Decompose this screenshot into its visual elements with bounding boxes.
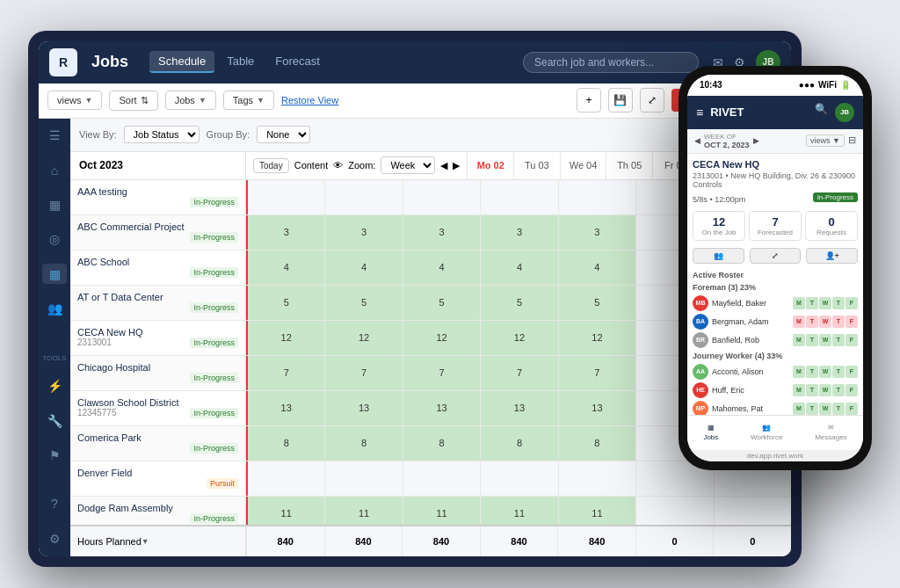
day-cell[interactable]: 7 (403, 356, 480, 390)
day-cell[interactable]: 3 (246, 215, 324, 250)
tab-forecast[interactable]: Forecast (266, 51, 329, 73)
external-link-button[interactable]: ⤢ (750, 248, 802, 264)
tab-schedule[interactable]: Schedule (149, 51, 214, 73)
day-cell[interactable]: 3 (558, 215, 635, 250)
views-phone-button[interactable]: views ▼ (806, 134, 845, 147)
day-cell[interactable]: 7 (324, 356, 402, 390)
today-button[interactable]: Today (253, 158, 289, 173)
day-cell[interactable]: 4 (480, 250, 557, 285)
day-cell[interactable]: 4 (246, 250, 324, 285)
views-button[interactable]: views ▼ (47, 91, 102, 110)
day-cell[interactable]: 12 (324, 321, 402, 355)
day-cell[interactable]: 11 (324, 497, 402, 525)
job-cell[interactable]: Dodge Ram AssemblyIn-Progress (70, 497, 246, 525)
day-cell[interactable]: 12 (403, 321, 480, 355)
day-cell[interactable] (558, 461, 635, 496)
save-icon-button[interactable]: 💾 (608, 88, 633, 113)
day-cell[interactable]: 5 (324, 286, 402, 320)
sidebar-icon-help[interactable]: ? (42, 494, 67, 514)
day-cell[interactable]: 13 (403, 391, 480, 425)
day-cell[interactable]: 7 (246, 356, 324, 390)
tab-table[interactable]: Table (218, 51, 263, 73)
day-cell[interactable]: 7 (558, 356, 635, 390)
day-cell[interactable]: 11 (480, 497, 557, 525)
chevron-right-icon[interactable]: ▶ (453, 160, 460, 171)
job-cell[interactable]: Chicago HospitalIn-Progress (70, 356, 246, 390)
job-cell[interactable]: ABC Commercial ProjectIn-Progress (70, 215, 246, 250)
search-input[interactable]: Search job and workers... (523, 52, 699, 73)
view-by-select[interactable]: Job Status (124, 126, 200, 143)
day-cell[interactable] (558, 180, 635, 214)
day-cell[interactable]: 8 (480, 426, 557, 461)
filter-icon[interactable]: ⊟ (848, 134, 856, 147)
sidebar-icon-bolt[interactable]: ⚡ (42, 376, 67, 396)
day-cell[interactable]: 8 (558, 426, 635, 461)
totals-label[interactable]: Hours Planned ▼ (70, 526, 246, 556)
phone-nav-workforce[interactable]: 👥 Workforce (751, 424, 782, 441)
day-cell[interactable]: 7 (480, 356, 557, 390)
day-cell[interactable]: 8 (246, 426, 324, 461)
add-worker-button[interactable]: 👤+ (806, 248, 858, 264)
day-cell[interactable]: 5 (403, 286, 480, 320)
day-cell[interactable] (324, 180, 402, 214)
day-cell[interactable]: 8 (403, 426, 480, 461)
tags-button[interactable]: Tags ▼ (223, 91, 274, 110)
day-cell[interactable] (246, 180, 324, 214)
sidebar-icon-location[interactable]: ◎ (42, 229, 67, 250)
sidebar-icon-people[interactable]: 👥 (42, 298, 67, 318)
day-cell[interactable]: 12 (480, 321, 557, 355)
day-cell[interactable] (403, 461, 480, 496)
sidebar-icon-settings[interactable]: ⚙ (42, 528, 67, 548)
day-cell[interactable]: 3 (324, 215, 402, 250)
job-cell[interactable]: ABC SchoolIn-Progress (70, 250, 246, 285)
chevron-left-icon[interactable]: ◀ (440, 160, 447, 171)
sidebar-icon-chart[interactable]: ▦ (42, 194, 67, 214)
job-cell[interactable]: AT or T Data CenterIn-Progress (70, 286, 246, 320)
sidebar-icon-calendar[interactable]: ▦ (42, 264, 67, 284)
day-cell[interactable]: 12 (558, 321, 635, 355)
phone-avatar[interactable]: JB (835, 103, 854, 122)
sidebar-icon-home[interactable]: ⌂ (42, 160, 67, 180)
export-icon-button[interactable]: ⤢ (640, 88, 664, 113)
add-icon-button[interactable]: + (577, 88, 601, 113)
day-cell[interactable] (403, 180, 480, 214)
chevron-right-phone[interactable]: ▶ (753, 136, 759, 145)
day-cell[interactable]: 4 (558, 250, 635, 285)
day-cell[interactable]: 5 (246, 286, 324, 320)
zoom-select[interactable]: Week (381, 156, 435, 174)
day-cell[interactable] (246, 461, 324, 496)
day-cell[interactable]: 3 (403, 215, 480, 250)
day-cell[interactable] (714, 497, 791, 525)
job-cell[interactable]: CECA New HQ2313001In-Progress (70, 321, 246, 355)
day-cell[interactable]: 11 (403, 497, 480, 525)
sidebar-icon-menu[interactable]: ☰ (42, 126, 67, 146)
jobs-button[interactable]: Jobs ▼ (165, 91, 216, 110)
group-by-select[interactable]: None (257, 126, 310, 143)
sidebar-icon-flag[interactable]: ⚑ (42, 445, 67, 465)
job-cell[interactable]: Clawson School District12345775In-Progre… (70, 391, 246, 425)
day-cell[interactable] (480, 461, 557, 496)
phone-search-icon[interactable]: 🔍 (815, 103, 828, 122)
phone-nav-jobs[interactable]: ▦ Jobs (703, 424, 718, 441)
day-cell[interactable] (324, 461, 402, 496)
day-cell[interactable]: 5 (480, 286, 557, 320)
job-cell[interactable]: AAA testingIn-Progress (70, 180, 246, 214)
day-cell[interactable]: 12 (246, 321, 324, 355)
day-cell[interactable]: 4 (324, 250, 402, 285)
day-cell[interactable]: 4 (403, 250, 480, 285)
phone-nav-messages[interactable]: ✉ Messages (815, 424, 846, 441)
day-cell[interactable]: 11 (246, 497, 324, 525)
day-cell[interactable]: 13 (324, 391, 402, 425)
day-cell[interactable]: 13 (480, 391, 557, 425)
day-cell[interactable]: 3 (480, 215, 557, 250)
chevron-left-phone[interactable]: ◀ (694, 136, 700, 145)
day-cell[interactable] (635, 497, 713, 525)
day-cell[interactable]: 8 (324, 426, 402, 461)
day-cell[interactable]: 13 (558, 391, 635, 425)
sort-button[interactable]: Sort ⇅ (109, 91, 157, 111)
day-cell[interactable]: 5 (558, 286, 635, 320)
restore-view-link[interactable]: Restore View (281, 95, 338, 105)
sidebar-icon-tool[interactable]: 🔧 (42, 410, 67, 431)
day-cell[interactable]: 13 (246, 391, 324, 425)
day-cell[interactable] (480, 180, 557, 214)
